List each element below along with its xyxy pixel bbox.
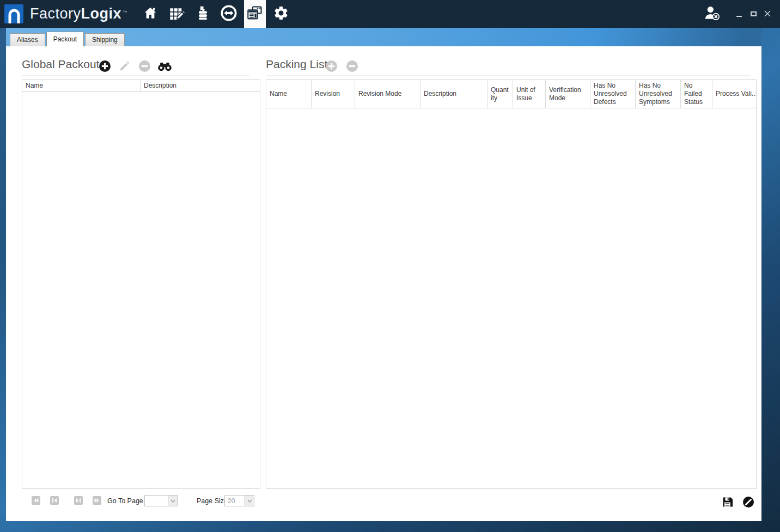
column-header-description[interactable]: Description bbox=[141, 80, 260, 91]
global-packout-divider bbox=[22, 76, 249, 76]
column-header-revision-mode[interactable]: Revision Mode bbox=[355, 80, 421, 108]
column-header-unit-of-issue[interactable]: Unit of Issue bbox=[513, 80, 546, 108]
packing-list-add-button[interactable] bbox=[325, 60, 338, 72]
planning-grid-pencil-icon bbox=[168, 5, 185, 23]
app-window: { "window": { "brand": { "letter": "n", … bbox=[0, 0, 780, 532]
first-page-icon bbox=[33, 498, 39, 503]
home-nav-button[interactable] bbox=[137, 0, 163, 28]
home-icon bbox=[143, 6, 158, 22]
go-to-page-label: Go To Page bbox=[107, 497, 143, 505]
next-page-icon bbox=[76, 498, 81, 503]
production-windows-icon bbox=[247, 5, 263, 23]
global-packout-title: Global Packout bbox=[22, 58, 99, 71]
packing-list-table-header: Name Revision Revision Mode Description … bbox=[266, 80, 756, 108]
column-header-name[interactable]: Name bbox=[22, 80, 141, 91]
last-page-button[interactable] bbox=[93, 496, 101, 505]
packing-list-title: Packing List: bbox=[266, 58, 331, 71]
global-packout-add-button[interactable] bbox=[99, 60, 111, 72]
column-header-no-failed-status[interactable]: No Failed Status bbox=[681, 80, 712, 108]
cancel-button[interactable] bbox=[742, 496, 754, 508]
go-to-page-dropdown-button[interactable] bbox=[168, 496, 177, 506]
global-packout-find-button[interactable] bbox=[157, 61, 172, 74]
materials-nav-button[interactable] bbox=[190, 0, 216, 28]
settings-gear-icon bbox=[273, 5, 289, 23]
transfer-nav-button[interactable] bbox=[216, 0, 242, 28]
packing-list-table-body[interactable] bbox=[266, 108, 756, 488]
page-size-dropdown[interactable]: 20 bbox=[224, 495, 254, 506]
global-packout-table[interactable]: Name Description bbox=[22, 80, 260, 489]
main-navigation bbox=[137, 0, 294, 28]
column-header-description[interactable]: Description bbox=[421, 80, 487, 108]
column-header-quantity[interactable]: Quantity bbox=[487, 80, 513, 108]
page-size-value: 20 bbox=[225, 496, 245, 506]
column-header-name[interactable]: Name bbox=[266, 80, 312, 108]
packout-page: Global Packout Name Descripti bbox=[6, 46, 761, 521]
settings-nav-button[interactable] bbox=[268, 0, 294, 28]
packing-list-table[interactable]: Name Revision Revision Mode Description … bbox=[266, 80, 757, 489]
go-to-page-dropdown[interactable] bbox=[144, 495, 178, 506]
column-header-revision[interactable]: Revision bbox=[312, 80, 355, 108]
save-button[interactable] bbox=[722, 496, 734, 508]
maximize-icon bbox=[751, 11, 757, 16]
close-button[interactable] bbox=[760, 7, 775, 21]
last-page-icon bbox=[94, 498, 100, 503]
column-header-has-no-unresolved-symptoms[interactable]: Has No Unresolved Symptoms bbox=[636, 80, 681, 108]
production-nav-button-active[interactable] bbox=[244, 0, 266, 28]
transfer-arrows-icon bbox=[221, 5, 237, 23]
first-page-button[interactable] bbox=[32, 496, 40, 505]
previous-page-button[interactable] bbox=[50, 496, 59, 505]
minimize-icon bbox=[736, 16, 742, 17]
save-floppy-icon bbox=[722, 496, 734, 508]
minimize-button[interactable] bbox=[732, 7, 746, 21]
user-signout-icon bbox=[704, 5, 720, 23]
user-signout-button[interactable] bbox=[704, 5, 720, 23]
tab-aliases[interactable]: Aliases bbox=[10, 33, 45, 46]
go-to-page-value bbox=[145, 496, 168, 506]
window-content: Aliases Packout Shipping Global Packout bbox=[6, 28, 761, 521]
cancel-slash-icon bbox=[742, 496, 754, 508]
planning-nav-button[interactable] bbox=[163, 0, 190, 28]
tab-shipping[interactable]: Shipping bbox=[85, 33, 125, 46]
window-controls bbox=[704, 0, 780, 28]
tab-packout[interactable]: Packout bbox=[46, 32, 84, 46]
trademark: ™ bbox=[123, 10, 127, 15]
next-page-button[interactable] bbox=[74, 496, 83, 505]
packing-list-divider bbox=[266, 76, 751, 76]
global-packout-edit-button[interactable] bbox=[118, 60, 131, 72]
tab-strip: Aliases Packout Shipping bbox=[6, 28, 761, 46]
chevron-down-icon bbox=[170, 499, 175, 503]
column-header-has-no-unresolved-defects[interactable]: Has No Unresolved Defects bbox=[590, 80, 636, 108]
maximize-button[interactable] bbox=[746, 7, 760, 21]
close-icon bbox=[764, 9, 771, 19]
global-packout-table-body[interactable] bbox=[22, 92, 260, 488]
materials-database-icon bbox=[194, 5, 211, 23]
packing-list-remove-button[interactable] bbox=[346, 60, 358, 72]
app-title: FactoryLogix™ bbox=[30, 5, 127, 22]
tabs: Aliases Packout Shipping bbox=[10, 32, 126, 46]
chevron-down-icon bbox=[247, 499, 252, 503]
column-header-process-validation[interactable]: Process Vali... bbox=[712, 80, 756, 108]
global-packout-table-header: Name Description bbox=[22, 80, 260, 92]
page-size-dropdown-button[interactable] bbox=[245, 496, 254, 506]
brand-bold: Logix bbox=[81, 5, 122, 22]
factorylogix-logo-icon bbox=[4, 4, 23, 23]
page-size-label: Page Size bbox=[197, 497, 228, 505]
column-header-verification-mode[interactable]: Verification Mode bbox=[546, 80, 590, 108]
previous-page-icon bbox=[52, 498, 57, 503]
brand-light: Factory bbox=[30, 5, 81, 22]
global-packout-remove-button[interactable] bbox=[138, 60, 151, 72]
titlebar: FactoryLogix™ bbox=[0, 0, 780, 28]
